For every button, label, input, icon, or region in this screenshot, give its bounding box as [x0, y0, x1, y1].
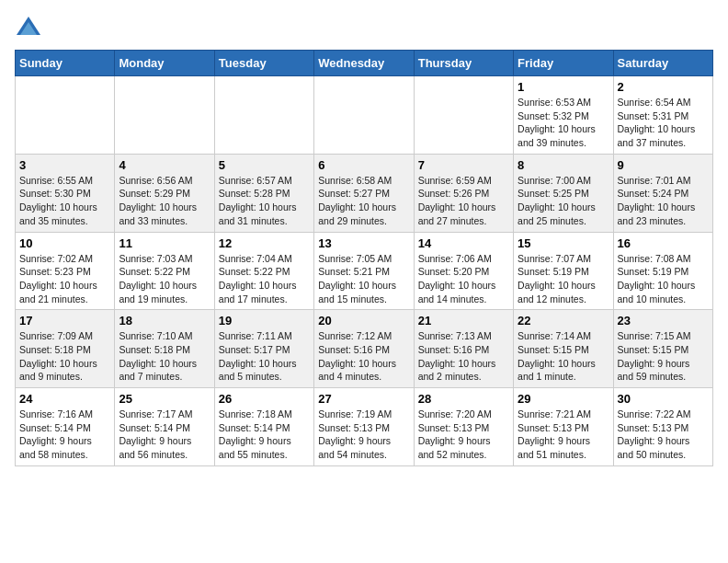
day-cell-17: 17Sunrise: 7:09 AM Sunset: 5:18 PM Dayli… [16, 310, 115, 388]
day-cell-27: 27Sunrise: 7:19 AM Sunset: 5:13 PM Dayli… [314, 388, 414, 466]
day-number: 2 [618, 80, 709, 94]
day-info: Sunrise: 7:03 AM Sunset: 5:22 PM Dayligh… [119, 252, 210, 306]
day-number: 25 [119, 392, 210, 406]
day-info: Sunrise: 7:04 AM Sunset: 5:22 PM Dayligh… [219, 252, 310, 306]
day-number: 11 [119, 236, 210, 250]
day-cell-12: 12Sunrise: 7:04 AM Sunset: 5:22 PM Dayli… [214, 232, 313, 310]
day-number: 26 [219, 392, 310, 406]
day-info: Sunrise: 7:05 AM Sunset: 5:21 PM Dayligh… [318, 252, 409, 306]
day-info: Sunrise: 7:22 AM Sunset: 5:13 PM Dayligh… [618, 408, 709, 462]
day-number: 17 [19, 314, 110, 327]
day-number: 19 [219, 314, 310, 327]
day-number: 15 [518, 236, 609, 250]
day-info: Sunrise: 7:21 AM Sunset: 5:13 PM Dayligh… [518, 408, 609, 462]
day-number: 28 [418, 392, 509, 406]
day-cell-13: 13Sunrise: 7:05 AM Sunset: 5:21 PM Dayli… [314, 232, 414, 310]
empty-cell [115, 76, 214, 155]
day-cell-18: 18Sunrise: 7:10 AM Sunset: 5:18 PM Dayli… [115, 310, 214, 388]
day-cell-6: 6Sunrise: 6:58 AM Sunset: 5:27 PM Daylig… [314, 154, 414, 232]
day-info: Sunrise: 7:11 AM Sunset: 5:17 PM Dayligh… [219, 329, 310, 384]
weekday-header-wednesday: Wednesday [314, 51, 414, 76]
day-number: 5 [219, 158, 310, 172]
day-number: 8 [518, 158, 609, 172]
day-info: Sunrise: 6:57 AM Sunset: 5:28 PM Dayligh… [219, 174, 310, 228]
day-info: Sunrise: 7:08 AM Sunset: 5:19 PM Dayligh… [618, 252, 709, 306]
day-number: 6 [318, 158, 409, 172]
day-cell-22: 22Sunrise: 7:14 AM Sunset: 5:15 PM Dayli… [514, 310, 613, 388]
day-info: Sunrise: 7:18 AM Sunset: 5:14 PM Dayligh… [219, 408, 310, 462]
day-number: 14 [418, 236, 509, 250]
day-number: 23 [618, 314, 709, 327]
empty-cell [214, 76, 313, 155]
day-cell-1: 1Sunrise: 6:53 AM Sunset: 5:32 PM Daylig… [514, 76, 613, 155]
day-info: Sunrise: 7:10 AM Sunset: 5:18 PM Dayligh… [119, 329, 210, 384]
day-info: Sunrise: 7:07 AM Sunset: 5:19 PM Dayligh… [518, 252, 609, 306]
logo-icon [15, 15, 42, 40]
day-number: 29 [518, 392, 609, 406]
weekday-header-monday: Monday [115, 51, 214, 76]
week-row-3: 10Sunrise: 7:02 AM Sunset: 5:23 PM Dayli… [16, 232, 713, 310]
day-number: 10 [19, 236, 110, 250]
day-cell-9: 9Sunrise: 7:01 AM Sunset: 5:24 PM Daylig… [613, 154, 712, 232]
empty-cell [16, 76, 115, 155]
day-cell-16: 16Sunrise: 7:08 AM Sunset: 5:19 PM Dayli… [613, 232, 712, 310]
day-info: Sunrise: 7:14 AM Sunset: 5:15 PM Dayligh… [518, 329, 609, 384]
weekday-header-sunday: Sunday [16, 51, 115, 76]
day-number: 4 [119, 158, 210, 172]
day-cell-29: 29Sunrise: 7:21 AM Sunset: 5:13 PM Dayli… [514, 388, 613, 466]
day-cell-5: 5Sunrise: 6:57 AM Sunset: 5:28 PM Daylig… [214, 154, 313, 232]
day-cell-23: 23Sunrise: 7:15 AM Sunset: 5:15 PM Dayli… [613, 310, 712, 388]
week-row-4: 17Sunrise: 7:09 AM Sunset: 5:18 PM Dayli… [16, 310, 713, 388]
calendar: SundayMondayTuesdayWednesdayThursdayFrid… [15, 50, 713, 466]
day-number: 7 [418, 158, 509, 172]
day-info: Sunrise: 7:00 AM Sunset: 5:25 PM Dayligh… [518, 174, 609, 228]
weekday-header-friday: Friday [514, 51, 613, 76]
day-number: 12 [219, 236, 310, 250]
day-cell-21: 21Sunrise: 7:13 AM Sunset: 5:16 PM Dayli… [414, 310, 513, 388]
day-cell-14: 14Sunrise: 7:06 AM Sunset: 5:20 PM Dayli… [414, 232, 513, 310]
day-info: Sunrise: 6:59 AM Sunset: 5:26 PM Dayligh… [418, 174, 509, 228]
empty-cell [414, 76, 513, 155]
day-info: Sunrise: 7:15 AM Sunset: 5:15 PM Dayligh… [618, 329, 709, 384]
day-info: Sunrise: 7:20 AM Sunset: 5:13 PM Dayligh… [418, 408, 509, 462]
day-info: Sunrise: 6:53 AM Sunset: 5:32 PM Dayligh… [518, 96, 609, 150]
day-number: 21 [418, 314, 509, 327]
day-number: 18 [119, 314, 210, 327]
day-cell-26: 26Sunrise: 7:18 AM Sunset: 5:14 PM Dayli… [214, 388, 313, 466]
day-info: Sunrise: 7:16 AM Sunset: 5:14 PM Dayligh… [19, 408, 110, 462]
day-cell-19: 19Sunrise: 7:11 AM Sunset: 5:17 PM Dayli… [214, 310, 313, 388]
day-info: Sunrise: 6:54 AM Sunset: 5:31 PM Dayligh… [618, 96, 709, 150]
day-info: Sunrise: 6:58 AM Sunset: 5:27 PM Dayligh… [318, 174, 409, 228]
day-number: 27 [318, 392, 409, 406]
day-cell-4: 4Sunrise: 6:56 AM Sunset: 5:29 PM Daylig… [115, 154, 214, 232]
day-number: 3 [19, 158, 110, 172]
day-cell-2: 2Sunrise: 6:54 AM Sunset: 5:31 PM Daylig… [613, 76, 712, 155]
day-cell-15: 15Sunrise: 7:07 AM Sunset: 5:19 PM Dayli… [514, 232, 613, 310]
day-number: 24 [19, 392, 110, 406]
weekday-header-row: SundayMondayTuesdayWednesdayThursdayFrid… [16, 51, 713, 76]
day-cell-30: 30Sunrise: 7:22 AM Sunset: 5:13 PM Dayli… [613, 388, 712, 466]
day-number: 1 [518, 80, 609, 94]
day-cell-7: 7Sunrise: 6:59 AM Sunset: 5:26 PM Daylig… [414, 154, 513, 232]
day-info: Sunrise: 7:02 AM Sunset: 5:23 PM Dayligh… [19, 252, 110, 306]
day-cell-11: 11Sunrise: 7:03 AM Sunset: 5:22 PM Dayli… [115, 232, 214, 310]
week-row-2: 3Sunrise: 6:55 AM Sunset: 5:30 PM Daylig… [16, 154, 713, 232]
day-number: 22 [518, 314, 609, 327]
day-cell-24: 24Sunrise: 7:16 AM Sunset: 5:14 PM Dayli… [16, 388, 115, 466]
day-cell-3: 3Sunrise: 6:55 AM Sunset: 5:30 PM Daylig… [16, 154, 115, 232]
day-info: Sunrise: 7:19 AM Sunset: 5:13 PM Dayligh… [318, 408, 409, 462]
day-info: Sunrise: 7:09 AM Sunset: 5:18 PM Dayligh… [19, 329, 110, 384]
day-number: 16 [618, 236, 709, 250]
day-cell-28: 28Sunrise: 7:20 AM Sunset: 5:13 PM Dayli… [414, 388, 513, 466]
day-cell-8: 8Sunrise: 7:00 AM Sunset: 5:25 PM Daylig… [514, 154, 613, 232]
empty-cell [314, 76, 414, 155]
weekday-header-tuesday: Tuesday [214, 51, 313, 76]
logo [15, 15, 46, 40]
day-number: 13 [318, 236, 409, 250]
day-info: Sunrise: 7:06 AM Sunset: 5:20 PM Dayligh… [418, 252, 509, 306]
day-info: Sunrise: 6:55 AM Sunset: 5:30 PM Dayligh… [19, 174, 110, 228]
week-row-5: 24Sunrise: 7:16 AM Sunset: 5:14 PM Dayli… [16, 388, 713, 466]
day-cell-10: 10Sunrise: 7:02 AM Sunset: 5:23 PM Dayli… [16, 232, 115, 310]
weekday-header-thursday: Thursday [414, 51, 513, 76]
header [15, 15, 713, 40]
